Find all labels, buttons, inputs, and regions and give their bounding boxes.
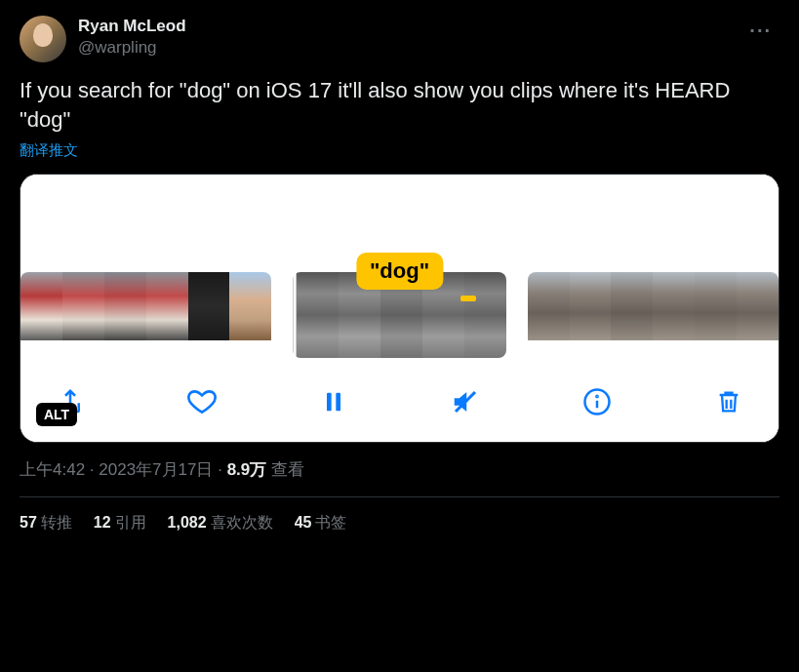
frame bbox=[229, 272, 271, 340]
search-bubble: "dog" bbox=[356, 253, 443, 290]
translate-link[interactable]: 翻译推文 bbox=[20, 141, 78, 160]
frame bbox=[570, 272, 612, 340]
views-label: 查看 bbox=[271, 460, 304, 479]
tweet-date[interactable]: 2023年7月17日 bbox=[99, 460, 213, 479]
likes-stat[interactable]: 1,082喜欢次数 bbox=[168, 513, 273, 534]
quotes-stat[interactable]: 12引用 bbox=[94, 513, 146, 534]
frame bbox=[611, 272, 653, 340]
frame bbox=[104, 272, 146, 340]
user-block[interactable]: Ryan McLeod @warpling bbox=[78, 16, 730, 59]
clip-1[interactable] bbox=[20, 272, 271, 358]
bookmarks-count: 45 bbox=[295, 514, 312, 531]
tweet-time[interactable]: 上午4:42 bbox=[20, 460, 85, 479]
frame bbox=[528, 272, 570, 340]
info-icon[interactable] bbox=[580, 385, 614, 418]
avatar[interactable] bbox=[20, 16, 66, 62]
likes-label: 喜欢次数 bbox=[211, 514, 273, 531]
alt-badge[interactable]: ALT bbox=[36, 403, 77, 426]
playhead-marker bbox=[460, 296, 476, 301]
frame bbox=[297, 272, 339, 358]
tweet-meta: 上午4:42 · 2023年7月17日 · 8.9万 查看 bbox=[20, 458, 779, 481]
frame bbox=[653, 272, 695, 340]
user-handle: @warpling bbox=[78, 37, 730, 59]
retweets-count: 57 bbox=[20, 514, 37, 531]
trash-icon[interactable] bbox=[712, 385, 745, 418]
retweets-stat[interactable]: 57转推 bbox=[20, 513, 72, 534]
display-name: Ryan McLeod bbox=[78, 16, 730, 37]
frame bbox=[146, 272, 188, 340]
retweets-label: 转推 bbox=[41, 514, 72, 531]
frame bbox=[20, 272, 62, 340]
quotes-count: 12 bbox=[94, 514, 111, 531]
heart-icon[interactable] bbox=[185, 385, 219, 418]
tweet-stats: 57转推 12引用 1,082喜欢次数 45书签 bbox=[20, 513, 779, 534]
frame bbox=[737, 272, 779, 340]
frame bbox=[464, 272, 506, 358]
views-count: 8.9万 bbox=[227, 460, 267, 479]
quotes-label: 引用 bbox=[115, 514, 146, 531]
tweet-container: Ryan McLeod @warpling ··· If you search … bbox=[0, 0, 799, 534]
media-card[interactable]: "dog" bbox=[20, 174, 779, 443]
bookmarks-label: 书签 bbox=[315, 514, 346, 531]
frame bbox=[695, 272, 737, 340]
tweet-text: If you search for "dog" on iOS 17 it'll … bbox=[20, 76, 779, 134]
likes-count: 1,082 bbox=[168, 514, 207, 531]
svg-rect-0 bbox=[327, 393, 332, 412]
bookmarks-stat[interactable]: 45书签 bbox=[295, 513, 347, 534]
tweet-header: Ryan McLeod @warpling ··· bbox=[20, 16, 779, 62]
more-icon[interactable]: ··· bbox=[741, 16, 779, 46]
pause-icon[interactable] bbox=[317, 385, 350, 418]
clip-3[interactable] bbox=[528, 272, 779, 358]
mute-icon[interactable] bbox=[449, 385, 482, 418]
frame bbox=[188, 272, 230, 340]
svg-point-5 bbox=[596, 396, 597, 397]
frame bbox=[62, 272, 104, 340]
media-toolbar bbox=[20, 368, 779, 442]
divider bbox=[20, 496, 779, 497]
svg-rect-1 bbox=[336, 393, 340, 412]
